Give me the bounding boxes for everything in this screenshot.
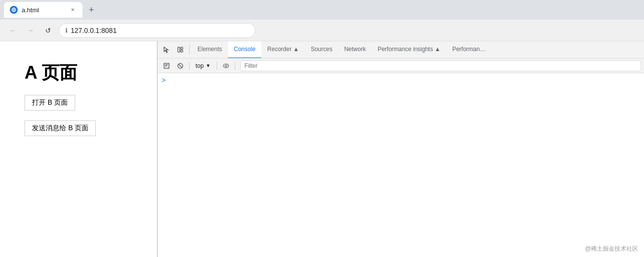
toolbar-separator-2 <box>217 62 217 70</box>
main-area: A 页面 打开 B 页面 发送消息给 B 页面 Elements <box>0 41 644 257</box>
tab-elements[interactable]: Elements <box>192 41 228 58</box>
tab-title: a.html <box>22 6 65 14</box>
svg-rect-6 <box>181 50 183 52</box>
send-message-button[interactable]: 发送消息给 B 页面 <box>25 120 96 136</box>
tab-sources[interactable]: Sources <box>305 41 338 58</box>
reload-button[interactable]: ↺ <box>41 24 55 37</box>
devtools-panel: Elements Console Recorder ▲ Sources Netw… <box>157 41 644 257</box>
new-tab-button[interactable]: + <box>84 3 98 17</box>
page-content: A 页面 打开 B 页面 发送消息给 B 页面 <box>0 41 157 257</box>
page-title: A 页面 <box>25 61 132 85</box>
devtools-console: > <box>158 73 644 257</box>
svg-rect-4 <box>178 47 180 52</box>
svg-rect-5 <box>181 47 183 49</box>
console-prompt[interactable]: > <box>162 75 640 85</box>
tab-console[interactable]: Console <box>228 41 261 58</box>
tab-close-button[interactable]: × <box>69 6 77 14</box>
tab-performance-insights[interactable]: Performance insights ▲ <box>372 41 447 58</box>
tab-performance[interactable]: Performan… <box>447 41 492 58</box>
svg-point-13 <box>225 65 227 67</box>
lock-icon: ℹ <box>65 27 68 34</box>
devtools-toolbar: top ▼ <box>158 58 644 73</box>
filter-input[interactable] <box>240 60 641 71</box>
cursor-icon-btn[interactable] <box>160 43 173 57</box>
eye-icon-btn[interactable] <box>220 60 232 72</box>
address-bar-input[interactable]: ℹ 127.0.0.1:8081 <box>59 23 255 38</box>
tab-bar: a.html × + <box>0 0 644 20</box>
active-tab[interactable]: a.html × <box>4 2 83 18</box>
browser-chrome: a.html × + ← → ↺ ℹ 127.0.0.1:8081 <box>0 0 644 41</box>
context-label: top <box>196 62 204 69</box>
watermark: @稀土掘金技术社区 <box>585 245 638 253</box>
devtools-tab-bar: Elements Console Recorder ▲ Sources Netw… <box>158 41 644 58</box>
context-selector[interactable]: top ▼ <box>193 61 214 70</box>
tab-network[interactable]: Network <box>338 41 372 58</box>
back-button[interactable]: ← <box>6 24 20 37</box>
forward-button[interactable]: → <box>24 24 37 37</box>
clear-console-btn[interactable] <box>161 60 172 72</box>
open-b-button[interactable]: 打开 B 页面 <box>25 95 75 111</box>
chevron-down-icon: ▼ <box>206 63 211 68</box>
toolbar-separator-1 <box>189 62 190 70</box>
url-display: 127.0.0.1:8081 <box>71 27 116 34</box>
layout-icon-btn[interactable] <box>173 43 187 57</box>
tab-favicon <box>10 6 18 14</box>
tab-separator-1 <box>189 45 190 55</box>
address-bar: ← → ↺ ℹ 127.0.0.1:8081 <box>0 20 644 41</box>
tab-recorder[interactable]: Recorder ▲ <box>261 41 305 58</box>
svg-point-12 <box>223 64 228 68</box>
svg-line-11 <box>179 64 182 67</box>
block-icon-btn[interactable] <box>174 60 186 72</box>
toolbar-separator-3 <box>235 62 235 70</box>
